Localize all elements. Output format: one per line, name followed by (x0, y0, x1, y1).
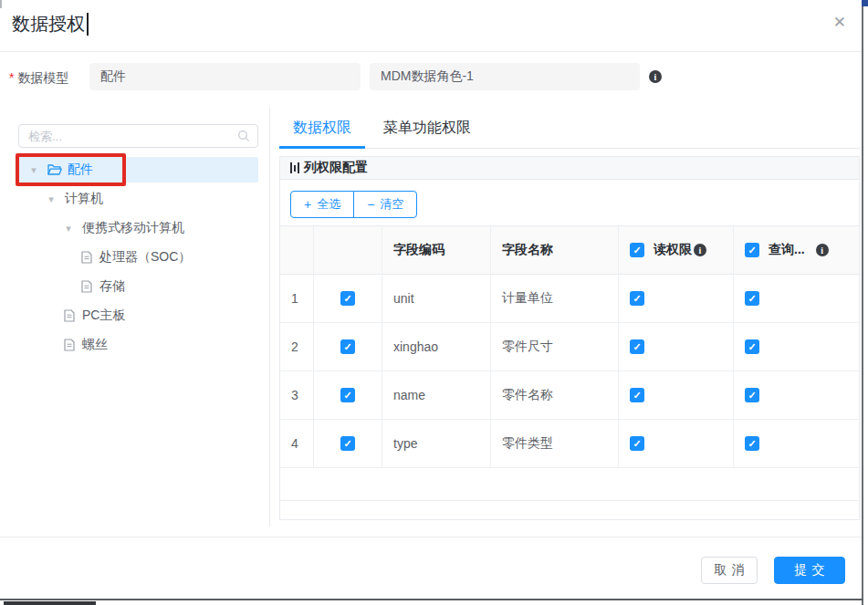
search-icon (237, 130, 250, 142)
cell-select (314, 420, 382, 467)
checkbox[interactable] (340, 436, 355, 451)
info-icon[interactable]: i (694, 244, 706, 256)
field-code: type (393, 436, 417, 451)
checkbox[interactable] (630, 339, 644, 354)
cell-query-permission (734, 275, 859, 322)
header-cell-code: 字段编码 (382, 226, 491, 274)
checkbox[interactable] (630, 388, 644, 402)
cell-code: unit (382, 275, 491, 322)
header-cell-read: 读权限i (619, 226, 734, 274)
cell-read-permission (619, 371, 734, 419)
header-cell-query: 查询...i (734, 226, 859, 274)
title-divider (0, 51, 862, 52)
tree-node-label: 存储 (99, 278, 125, 295)
checkbox[interactable] (745, 291, 759, 306)
clear-button[interactable]: − 清空 (353, 191, 417, 218)
table-row: 1unit计量单位 (280, 275, 859, 323)
sidebar-divider (269, 108, 270, 527)
checkbox[interactable] (340, 339, 355, 354)
document-icon (62, 309, 77, 322)
info-icon[interactable]: i (816, 244, 829, 256)
data-model-label: *数据模型 (9, 70, 68, 87)
caret-down-icon[interactable]: ▾ (27, 164, 40, 176)
close-icon[interactable]: ✕ (833, 15, 846, 30)
dialog-title: 数据授权 (12, 12, 89, 37)
submit-button[interactable]: 提交 (774, 557, 845, 584)
row-index: 1 (291, 291, 298, 306)
field-code: xinghao (393, 339, 438, 354)
checkbox[interactable] (340, 388, 355, 402)
column-permission-panel: 列权限配置 + 全选 − 清空 字段编码字段名称读权限i查询...i1unit计… (279, 156, 860, 520)
search-input[interactable] (19, 130, 237, 143)
checkbox[interactable] (745, 243, 759, 257)
document-icon (62, 339, 77, 351)
cell-code: name (382, 371, 491, 419)
text-cursor (87, 13, 89, 36)
folder-icon (47, 163, 62, 176)
cell-read-permission (619, 420, 734, 467)
tab-data-permission[interactable]: 数据权限 (279, 119, 365, 138)
tree-node-label: PC主板 (82, 308, 125, 324)
checkbox[interactable] (745, 388, 759, 402)
tree-node[interactable]: 处理器（SOC） (18, 245, 258, 270)
section-header: 列权限配置 (280, 157, 859, 180)
tree-node[interactable]: 螺丝 (18, 332, 258, 358)
data-model-label-text: 数据模型 (17, 70, 68, 85)
panel-empty-area (280, 501, 859, 519)
header-read-label: 读权限 (654, 242, 692, 258)
checkbox[interactable] (630, 291, 644, 306)
header-query-label: 查询... (769, 242, 805, 258)
field-code: name (393, 388, 425, 402)
info-icon[interactable]: i (649, 70, 662, 83)
field-name: 零件尺寸 (502, 339, 553, 355)
cell-index: 2 (280, 323, 314, 370)
cell-name: 计量单位 (491, 275, 619, 322)
tree-node[interactable]: ▾便携式移动计算机 (18, 215, 258, 241)
checkbox[interactable] (745, 339, 759, 354)
checkbox[interactable] (630, 436, 644, 451)
section-title: 列权限配置 (304, 160, 368, 176)
cell-select (314, 275, 382, 322)
window-bottom-artifact (4, 601, 96, 605)
active-tab-ink-bar (279, 146, 365, 149)
table-empty-area (280, 468, 859, 501)
data-model-input[interactable] (89, 63, 361, 90)
cell-query-permission (734, 371, 859, 419)
checkbox[interactable] (340, 291, 355, 306)
table-header-row: 字段编码字段名称读权限i查询...i (280, 226, 859, 275)
caret-down-icon[interactable]: ▾ (45, 193, 58, 205)
tab-menu-function-permission[interactable]: 菜单功能权限 (383, 119, 471, 138)
minus-icon: − (367, 198, 374, 211)
table-row: 2xinghao零件尺寸 (280, 323, 859, 371)
window-topleft-artifact (0, 0, 2, 8)
tree-node[interactable]: ▾配件 (18, 157, 258, 183)
tree-node-label: 便携式移动计算机 (82, 220, 184, 236)
cell-index: 1 (280, 275, 314, 322)
window-edge-right (862, 4, 863, 605)
cell-name: 零件尺寸 (491, 323, 619, 370)
tree-search-box[interactable] (18, 124, 258, 148)
table-toolbar: + 全选 − 清空 (280, 180, 859, 218)
footer-divider (0, 537, 862, 537)
data-role-input[interactable] (370, 63, 640, 90)
caret-down-icon[interactable]: ▾ (62, 223, 75, 235)
checkbox[interactable] (745, 436, 759, 451)
cell-select (314, 371, 382, 419)
cell-code: xinghao (382, 323, 491, 370)
tree-node[interactable]: ▾计算机 (18, 186, 258, 212)
clear-label: 清空 (380, 196, 403, 213)
cell-index: 4 (280, 420, 314, 467)
row-index: 3 (291, 388, 298, 402)
plus-icon: + (304, 198, 311, 211)
tree-node[interactable]: PC主板 (18, 303, 258, 329)
cancel-button[interactable]: 取消 (701, 557, 758, 584)
cell-name: 零件名称 (491, 371, 619, 419)
checkbox[interactable] (630, 243, 644, 257)
tree-node[interactable]: 存储 (18, 274, 258, 299)
select-all-label: 全选 (317, 196, 340, 213)
model-tree: ▾配件▾计算机▾便携式移动计算机处理器（SOC）存储PC主板螺丝 (18, 157, 258, 361)
cell-name: 零件类型 (491, 420, 619, 467)
select-all-button[interactable]: + 全选 (290, 191, 354, 218)
cell-read-permission (619, 323, 734, 370)
field-name: 计量单位 (502, 290, 553, 307)
